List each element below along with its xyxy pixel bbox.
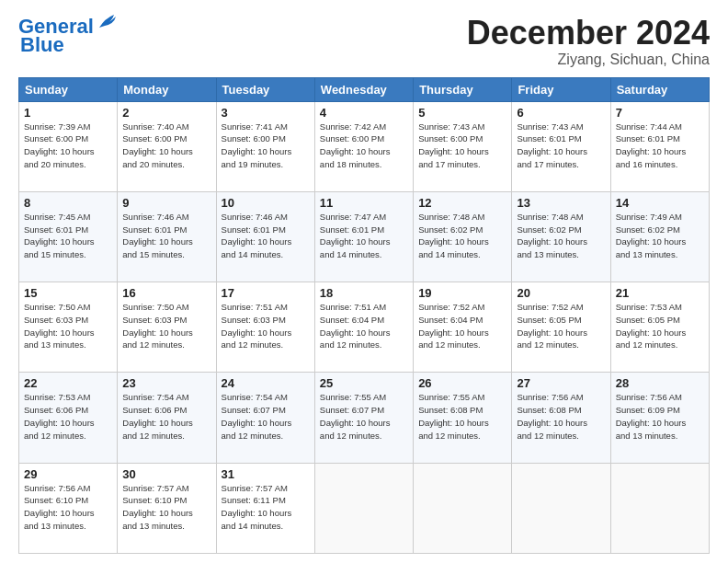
calendar-header-row: SundayMondayTuesdayWednesdayThursdayFrid… <box>19 77 710 101</box>
day-info: Sunrise: 7:48 AM Sunset: 6:02 PM Dayligh… <box>517 211 605 261</box>
day-number: 8 <box>24 196 112 210</box>
calendar-cell: 2Sunrise: 7:40 AM Sunset: 6:00 PM Daylig… <box>118 101 216 191</box>
calendar-cell: 22Sunrise: 7:53 AM Sunset: 6:06 PM Dayli… <box>19 373 118 463</box>
week-row-5: 29Sunrise: 7:56 AM Sunset: 6:10 PM Dayli… <box>19 463 710 553</box>
day-info: Sunrise: 7:45 AM Sunset: 6:01 PM Dayligh… <box>24 211 112 261</box>
day-number: 5 <box>418 106 506 120</box>
calendar-cell: 17Sunrise: 7:51 AM Sunset: 6:03 PM Dayli… <box>216 282 314 373</box>
day-number: 26 <box>418 376 506 390</box>
calendar-cell: 25Sunrise: 7:55 AM Sunset: 6:07 PM Dayli… <box>314 373 413 463</box>
day-info: Sunrise: 7:43 AM Sunset: 6:00 PM Dayligh… <box>418 121 506 171</box>
calendar-cell: 4Sunrise: 7:42 AM Sunset: 6:00 PM Daylig… <box>314 101 413 191</box>
day-info: Sunrise: 7:41 AM Sunset: 6:00 PM Dayligh… <box>222 121 310 171</box>
day-number: 6 <box>517 106 605 120</box>
day-info: Sunrise: 7:57 AM Sunset: 6:10 PM Dayligh… <box>122 482 210 533</box>
day-info: Sunrise: 7:56 AM Sunset: 6:08 PM Dayligh… <box>517 391 605 442</box>
day-header-thursday: Thursday <box>414 77 512 101</box>
day-info: Sunrise: 7:52 AM Sunset: 6:04 PM Dayligh… <box>418 301 506 351</box>
day-info: Sunrise: 7:57 AM Sunset: 6:11 PM Dayligh… <box>222 482 310 533</box>
week-row-1: 1Sunrise: 7:39 AM Sunset: 6:00 PM Daylig… <box>19 101 710 191</box>
day-info: Sunrise: 7:52 AM Sunset: 6:05 PM Dayligh… <box>517 301 605 351</box>
calendar-cell <box>314 463 413 553</box>
day-info: Sunrise: 7:55 AM Sunset: 6:08 PM Dayligh… <box>418 391 506 442</box>
day-number: 11 <box>320 196 408 210</box>
month-title: December 2024 <box>467 15 710 52</box>
logo-blue: Blue <box>18 33 64 57</box>
day-number: 16 <box>122 286 210 300</box>
day-info: Sunrise: 7:47 AM Sunset: 6:01 PM Dayligh… <box>320 211 408 261</box>
day-info: Sunrise: 7:56 AM Sunset: 6:10 PM Dayligh… <box>24 482 112 533</box>
day-info: Sunrise: 7:55 AM Sunset: 6:07 PM Dayligh… <box>320 391 408 442</box>
calendar-cell: 29Sunrise: 7:56 AM Sunset: 6:10 PM Dayli… <box>19 463 118 553</box>
day-number: 4 <box>320 106 408 120</box>
calendar-cell: 14Sunrise: 7:49 AM Sunset: 6:02 PM Dayli… <box>610 191 709 282</box>
day-info: Sunrise: 7:51 AM Sunset: 6:03 PM Dayligh… <box>222 301 310 351</box>
day-header-monday: Monday <box>118 77 216 101</box>
calendar-cell: 15Sunrise: 7:50 AM Sunset: 6:03 PM Dayli… <box>19 282 118 373</box>
day-info: Sunrise: 7:46 AM Sunset: 6:01 PM Dayligh… <box>122 211 210 261</box>
day-number: 30 <box>122 467 210 481</box>
day-info: Sunrise: 7:50 AM Sunset: 6:03 PM Dayligh… <box>24 301 112 351</box>
calendar-cell: 30Sunrise: 7:57 AM Sunset: 6:10 PM Dayli… <box>118 463 216 553</box>
day-header-wednesday: Wednesday <box>314 77 413 101</box>
day-info: Sunrise: 7:43 AM Sunset: 6:01 PM Dayligh… <box>517 121 605 171</box>
calendar-cell: 3Sunrise: 7:41 AM Sunset: 6:00 PM Daylig… <box>216 101 314 191</box>
day-header-friday: Friday <box>512 77 610 101</box>
calendar-cell: 6Sunrise: 7:43 AM Sunset: 6:01 PM Daylig… <box>512 101 610 191</box>
page: General Blue December 2024 Ziyang, Sichu… <box>0 0 728 563</box>
day-number: 7 <box>616 106 704 120</box>
week-row-4: 22Sunrise: 7:53 AM Sunset: 6:06 PM Dayli… <box>19 373 710 463</box>
calendar-cell: 19Sunrise: 7:52 AM Sunset: 6:04 PM Dayli… <box>414 282 512 373</box>
calendar-cell: 21Sunrise: 7:53 AM Sunset: 6:05 PM Dayli… <box>610 282 709 373</box>
day-number: 24 <box>222 376 310 390</box>
day-number: 14 <box>616 196 704 210</box>
calendar-cell: 8Sunrise: 7:45 AM Sunset: 6:01 PM Daylig… <box>19 191 118 282</box>
day-info: Sunrise: 7:56 AM Sunset: 6:09 PM Dayligh… <box>616 391 704 442</box>
day-info: Sunrise: 7:53 AM Sunset: 6:05 PM Dayligh… <box>616 301 704 351</box>
day-header-tuesday: Tuesday <box>216 77 314 101</box>
calendar-cell: 7Sunrise: 7:44 AM Sunset: 6:01 PM Daylig… <box>610 101 709 191</box>
logo-bird-icon <box>96 11 121 31</box>
week-row-3: 15Sunrise: 7:50 AM Sunset: 6:03 PM Dayli… <box>19 282 710 373</box>
day-number: 22 <box>24 376 112 390</box>
day-info: Sunrise: 7:51 AM Sunset: 6:04 PM Dayligh… <box>320 301 408 351</box>
day-number: 17 <box>222 286 310 300</box>
day-info: Sunrise: 7:50 AM Sunset: 6:03 PM Dayligh… <box>122 301 210 351</box>
calendar-cell: 20Sunrise: 7:52 AM Sunset: 6:05 PM Dayli… <box>512 282 610 373</box>
title-block: December 2024 Ziyang, Sichuan, China <box>467 15 710 68</box>
calendar-cell: 16Sunrise: 7:50 AM Sunset: 6:03 PM Dayli… <box>118 282 216 373</box>
calendar-cell: 1Sunrise: 7:39 AM Sunset: 6:00 PM Daylig… <box>19 101 118 191</box>
day-info: Sunrise: 7:39 AM Sunset: 6:00 PM Dayligh… <box>24 121 112 171</box>
calendar-cell: 24Sunrise: 7:54 AM Sunset: 6:07 PM Dayli… <box>216 373 314 463</box>
day-info: Sunrise: 7:44 AM Sunset: 6:01 PM Dayligh… <box>616 121 704 171</box>
day-header-sunday: Sunday <box>19 77 118 101</box>
day-number: 27 <box>517 376 605 390</box>
day-header-saturday: Saturday <box>610 77 709 101</box>
day-info: Sunrise: 7:48 AM Sunset: 6:02 PM Dayligh… <box>418 211 506 261</box>
calendar-cell: 11Sunrise: 7:47 AM Sunset: 6:01 PM Dayli… <box>314 191 413 282</box>
calendar-table: SundayMondayTuesdayWednesdayThursdayFrid… <box>18 77 710 554</box>
day-number: 15 <box>24 286 112 300</box>
calendar-cell <box>512 463 610 553</box>
calendar-cell <box>610 463 709 553</box>
calendar-cell: 27Sunrise: 7:56 AM Sunset: 6:08 PM Dayli… <box>512 373 610 463</box>
day-number: 12 <box>418 196 506 210</box>
day-number: 23 <box>122 376 210 390</box>
location: Ziyang, Sichuan, China <box>467 52 710 68</box>
header: General Blue December 2024 Ziyang, Sichu… <box>18 15 710 68</box>
day-number: 25 <box>320 376 408 390</box>
day-number: 9 <box>122 196 210 210</box>
calendar-cell: 13Sunrise: 7:48 AM Sunset: 6:02 PM Dayli… <box>512 191 610 282</box>
calendar-cell: 28Sunrise: 7:56 AM Sunset: 6:09 PM Dayli… <box>610 373 709 463</box>
calendar-cell: 18Sunrise: 7:51 AM Sunset: 6:04 PM Dayli… <box>314 282 413 373</box>
calendar-cell: 31Sunrise: 7:57 AM Sunset: 6:11 PM Dayli… <box>216 463 314 553</box>
calendar-cell: 9Sunrise: 7:46 AM Sunset: 6:01 PM Daylig… <box>118 191 216 282</box>
day-number: 31 <box>222 467 310 481</box>
logo: General Blue <box>18 15 121 57</box>
calendar-cell: 26Sunrise: 7:55 AM Sunset: 6:08 PM Dayli… <box>414 373 512 463</box>
day-number: 3 <box>222 106 310 120</box>
day-info: Sunrise: 7:46 AM Sunset: 6:01 PM Dayligh… <box>222 211 310 261</box>
calendar-cell: 10Sunrise: 7:46 AM Sunset: 6:01 PM Dayli… <box>216 191 314 282</box>
calendar-cell: 12Sunrise: 7:48 AM Sunset: 6:02 PM Dayli… <box>414 191 512 282</box>
day-number: 19 <box>418 286 506 300</box>
